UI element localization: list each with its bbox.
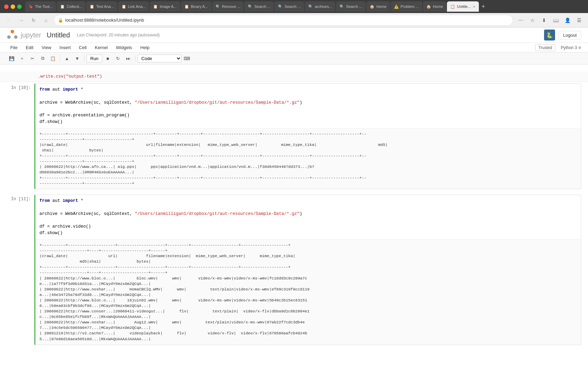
home-button[interactable]: ⌂ <box>41 15 51 25</box>
minimize-button[interactable] <box>11 4 15 9</box>
extensions-button[interactable]: ⋯ <box>516 15 526 25</box>
menu-help[interactable]: Help <box>137 44 153 51</box>
jupyter-container: jupyter Untitled Last Checkpoint: 20 min… <box>0 27 588 379</box>
tab-close-icon[interactable]: ✕ <box>473 5 475 9</box>
python-icon: 🐍 <box>544 30 555 41</box>
tab-label: Remove ... <box>222 4 240 9</box>
maximize-button[interactable] <box>17 4 22 9</box>
tab-icon: 🔖 <box>28 4 33 9</box>
browser-chrome: 🔖 The Tool... 📋 Collecti... 📋 Text Ana..… <box>0 0 588 27</box>
menu-widgets[interactable]: Widgets <box>113 44 136 51</box>
address-bar: ← → ↻ ⌂ 🔒 localhost:8888/notebooks/Untit… <box>0 13 588 27</box>
menu-edit[interactable]: Edit <box>22 44 37 51</box>
menu-kernel[interactable]: Kernel <box>91 44 111 51</box>
cell-11-content[interactable]: from aut import * archive = WebArchive(s… <box>34 195 581 345</box>
close-button[interactable] <box>4 4 9 9</box>
tab-label: Search ... <box>346 4 362 9</box>
reader-button[interactable]: 📖 <box>551 15 561 25</box>
run-button[interactable]: Run <box>87 55 102 62</box>
tab-archives[interactable]: 🔍 archives... <box>305 1 335 12</box>
cell-11-input[interactable]: from aut import * archive = WebArchive(s… <box>35 195 581 239</box>
menu-cell[interactable]: Cell <box>76 44 90 51</box>
tab-binary-a[interactable]: 📋 Binary A... <box>181 1 211 12</box>
tab-icon: 🔍 <box>248 4 253 9</box>
back-button[interactable]: ← <box>4 15 14 25</box>
tab-icon: 🏠 <box>426 4 431 9</box>
tab-icon: ⚠️ <box>394 4 399 9</box>
tab-label: The Tool... <box>35 4 53 9</box>
header-right: 🐍 Logout <box>544 30 581 41</box>
separator2 <box>84 55 84 62</box>
forward-button[interactable]: → <box>16 15 26 25</box>
tab-the-tool[interactable]: 🔖 The Tool... <box>25 1 56 12</box>
cell-11-output: +----------+--------------------+-------… <box>35 239 581 345</box>
tab-label: Problem ... <box>401 4 419 9</box>
notebook-title[interactable]: Untitled <box>47 31 70 39</box>
cell-type-select[interactable]: Code Markdown Raw NBConvert <box>138 55 182 62</box>
cut-icon[interactable]: ✂ <box>27 54 37 63</box>
tab-icon: 📋 <box>450 4 455 9</box>
add-cell-icon[interactable]: + <box>17 54 27 63</box>
cell-10-wrapper: In [10]: from aut import * archive = Web… <box>0 82 588 191</box>
cell-10-input[interactable]: from aut import * archive = WebArchive(s… <box>35 84 581 128</box>
tab-label: Binary A... <box>191 4 208 9</box>
tab-label: Link Ana... <box>128 4 146 9</box>
tab-label: Search ... <box>254 4 270 9</box>
tab-home2[interactable]: 🏠 Home <box>423 1 446 12</box>
tab-text-ana[interactable]: 📋 Text Ana... <box>86 1 117 12</box>
tab-collection[interactable]: 📋 Collecti... <box>57 1 85 12</box>
cells-area: .write.csv("output-test") In [10]: from … <box>0 65 588 379</box>
menu-bar: File Edit View Insert Cell Kernel Widget… <box>0 43 588 53</box>
save-icon[interactable]: 💾 <box>7 54 16 63</box>
move-up-icon[interactable]: ▲ <box>62 54 72 63</box>
tab-label: Text Ana... <box>96 4 114 9</box>
cell-10-content[interactable]: from aut import * archive = WebArchive(s… <box>34 83 581 189</box>
tab-search3[interactable]: 🔍 Search ... <box>336 1 366 12</box>
top-cell-snippet: .write.csv("output-test") <box>0 71 588 82</box>
cell-10-label: In [10]: <box>7 83 34 90</box>
url-bar[interactable]: 🔒 localhost:8888/notebooks/Untitled.ipyn… <box>54 15 513 26</box>
tab-icon: 📋 <box>60 4 65 9</box>
tab-image-a[interactable]: 📋 Image A... <box>150 1 180 12</box>
run-label: Run <box>90 56 99 61</box>
tab-icon: 📋 <box>90 4 94 9</box>
menu-view[interactable]: View <box>38 44 55 51</box>
tab-label: Home <box>376 4 386 9</box>
restart-run-icon[interactable]: ⏭ <box>124 54 133 63</box>
tab-icon: 🔍 <box>339 4 344 9</box>
tab-search2[interactable]: 🔍 Search ... <box>275 1 304 12</box>
tab-home1[interactable]: 🏠 Home <box>366 1 390 12</box>
logout-button[interactable]: Logout <box>558 31 581 39</box>
bookmark-button[interactable]: ☆ <box>528 15 537 25</box>
tab-label: archives... <box>315 4 332 9</box>
sync-button[interactable]: 👤 <box>563 15 572 25</box>
tab-remove[interactable]: 🔍 Remove ... <box>212 1 244 12</box>
tab-icon: 📋 <box>153 4 158 9</box>
copy-icon[interactable]: ⧉ <box>38 54 47 63</box>
tab-icon: 📋 <box>122 4 126 9</box>
download-button[interactable]: ⬇ <box>539 15 549 25</box>
paste-icon[interactable]: 📋 <box>48 54 58 63</box>
separator3 <box>135 55 136 62</box>
traffic-lights <box>1 4 24 9</box>
tab-problem[interactable]: ⚠️ Problem ... <box>391 1 422 12</box>
keyboard-icon[interactable]: ⌨ <box>182 54 192 63</box>
tab-label: Search ... <box>285 4 301 9</box>
jupyter-logo-icon <box>7 30 18 41</box>
stop-icon[interactable]: ■ <box>103 54 113 63</box>
tab-untitled-active[interactable]: 📋 Untitle... ✕ <box>447 1 479 12</box>
menu-insert[interactable]: Insert <box>56 44 74 51</box>
menu-file[interactable]: File <box>7 44 21 51</box>
tab-icon: 🏠 <box>370 4 374 9</box>
kernel-info: Python 3 <box>561 45 581 50</box>
tab-icon: 🔍 <box>216 4 220 9</box>
tab-search1[interactable]: 🔍 Search ... <box>244 1 274 12</box>
reload-button[interactable]: ↻ <box>29 15 38 25</box>
move-down-icon[interactable]: ▼ <box>72 54 82 63</box>
menu-button[interactable]: ☰ <box>574 15 584 25</box>
new-tab-button[interactable]: + <box>480 3 487 10</box>
tab-link-ana[interactable]: 📋 Link Ana... <box>118 1 149 12</box>
write-csv-text: .write.csv("output-test") <box>38 74 102 79</box>
trusted-badge: Trusted <box>535 44 555 51</box>
restart-icon[interactable]: ↻ <box>113 54 123 63</box>
